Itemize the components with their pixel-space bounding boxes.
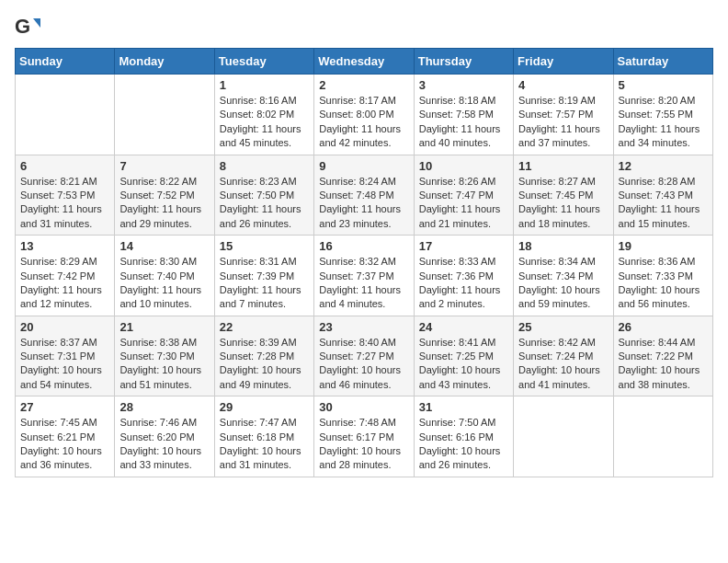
day-cell-27: 27 Sunrise: 7:45 AM Sunset: 6:21 PM Dayl… bbox=[16, 396, 115, 477]
daylight-label: Daylight: 11 hours and 26 minutes. bbox=[220, 203, 301, 228]
daylight-label: Daylight: 10 hours and 59 minutes. bbox=[518, 284, 600, 309]
day-number: 19 bbox=[619, 239, 708, 253]
sunset-label: Sunset: 7:30 PM bbox=[119, 350, 194, 362]
day-info: Sunrise: 8:27 AM Sunset: 7:45 PM Dayligh… bbox=[518, 175, 608, 232]
day-number: 24 bbox=[419, 320, 508, 334]
sunset-label: Sunset: 7:43 PM bbox=[619, 190, 693, 201]
daylight-label: Daylight: 11 hours and 34 minutes. bbox=[619, 123, 700, 148]
day-number: 7 bbox=[119, 159, 209, 173]
sunrise-label: Sunrise: 7:47 AM bbox=[220, 417, 297, 428]
day-number: 1 bbox=[220, 78, 309, 92]
day-info: Sunrise: 7:50 AM Sunset: 6:16 PM Dayligh… bbox=[419, 416, 508, 473]
day-number: 29 bbox=[220, 400, 309, 414]
day-number: 10 bbox=[419, 159, 508, 173]
daylight-label: Daylight: 11 hours and 37 minutes. bbox=[518, 123, 600, 148]
daylight-label: Daylight: 11 hours and 21 minutes. bbox=[419, 203, 501, 228]
day-cell-31: 31 Sunrise: 7:50 AM Sunset: 6:16 PM Dayl… bbox=[414, 396, 513, 477]
day-number: 2 bbox=[319, 78, 408, 92]
day-cell-3: 3 Sunrise: 8:18 AM Sunset: 7:58 PM Dayli… bbox=[414, 75, 513, 155]
day-cell-1: 1 Sunrise: 8:16 AM Sunset: 8:02 PM Dayli… bbox=[214, 75, 313, 155]
sunset-label: Sunset: 7:48 PM bbox=[319, 190, 393, 201]
daylight-label: Daylight: 11 hours and 12 minutes. bbox=[20, 284, 102, 309]
sunrise-label: Sunrise: 8:29 AM bbox=[20, 256, 97, 267]
day-cell-16: 16 Sunrise: 8:32 AM Sunset: 7:37 PM Dayl… bbox=[314, 236, 414, 316]
day-number: 11 bbox=[518, 159, 608, 173]
day-cell-20: 20 Sunrise: 8:37 AM Sunset: 7:31 PM Dayl… bbox=[16, 316, 115, 396]
day-number: 25 bbox=[518, 320, 608, 334]
sunrise-label: Sunrise: 8:33 AM bbox=[419, 256, 496, 267]
sunset-label: Sunset: 7:53 PM bbox=[20, 190, 95, 201]
daylight-label: Daylight: 11 hours and 15 minutes. bbox=[619, 203, 700, 228]
day-number: 31 bbox=[419, 400, 508, 414]
daylight-label: Daylight: 10 hours and 56 minutes. bbox=[619, 284, 700, 309]
day-info: Sunrise: 8:19 AM Sunset: 7:57 PM Dayligh… bbox=[518, 94, 608, 151]
day-cell-29: 29 Sunrise: 7:47 AM Sunset: 6:18 PM Dayl… bbox=[214, 396, 313, 477]
sunrise-label: Sunrise: 8:36 AM bbox=[619, 256, 696, 267]
sunrise-label: Sunrise: 7:46 AM bbox=[119, 417, 197, 428]
day-info: Sunrise: 7:47 AM Sunset: 6:18 PM Dayligh… bbox=[220, 416, 309, 473]
sunrise-label: Sunrise: 8:42 AM bbox=[518, 337, 596, 348]
day-info: Sunrise: 8:31 AM Sunset: 7:39 PM Dayligh… bbox=[220, 255, 309, 312]
daylight-label: Daylight: 10 hours and 33 minutes. bbox=[119, 445, 201, 470]
day-number: 15 bbox=[220, 239, 309, 253]
day-cell-17: 17 Sunrise: 8:33 AM Sunset: 7:36 PM Dayl… bbox=[414, 236, 513, 316]
sunrise-label: Sunrise: 8:44 AM bbox=[619, 337, 696, 348]
daylight-label: Daylight: 10 hours and 41 minutes. bbox=[518, 364, 600, 389]
day-cell-12: 12 Sunrise: 8:28 AM Sunset: 7:43 PM Dayl… bbox=[613, 155, 712, 236]
sunset-label: Sunset: 7:58 PM bbox=[419, 109, 494, 120]
day-info: Sunrise: 8:30 AM Sunset: 7:40 PM Dayligh… bbox=[119, 255, 209, 312]
day-cell-26: 26 Sunrise: 8:44 AM Sunset: 7:22 PM Dayl… bbox=[613, 316, 712, 396]
day-number: 28 bbox=[119, 400, 209, 414]
day-cell-21: 21 Sunrise: 8:38 AM Sunset: 7:30 PM Dayl… bbox=[115, 316, 214, 396]
day-cell-7: 7 Sunrise: 8:22 AM Sunset: 7:52 PM Dayli… bbox=[115, 155, 214, 236]
day-info: Sunrise: 8:17 AM Sunset: 8:00 PM Dayligh… bbox=[319, 94, 408, 151]
day-info: Sunrise: 8:40 AM Sunset: 7:27 PM Dayligh… bbox=[319, 336, 408, 393]
sunrise-label: Sunrise: 8:19 AM bbox=[518, 95, 596, 106]
day-number: 12 bbox=[619, 159, 708, 173]
sunrise-label: Sunrise: 8:28 AM bbox=[619, 176, 696, 187]
header: G bbox=[15, 15, 713, 40]
day-info: Sunrise: 8:18 AM Sunset: 7:58 PM Dayligh… bbox=[419, 94, 508, 151]
sunrise-label: Sunrise: 8:32 AM bbox=[319, 256, 396, 267]
day-cell-24: 24 Sunrise: 8:41 AM Sunset: 7:25 PM Dayl… bbox=[414, 316, 513, 396]
day-number: 9 bbox=[319, 159, 408, 173]
day-info: Sunrise: 8:39 AM Sunset: 7:28 PM Dayligh… bbox=[220, 336, 309, 393]
day-number: 23 bbox=[319, 320, 408, 334]
sunset-label: Sunset: 7:40 PM bbox=[119, 270, 194, 282]
day-number: 30 bbox=[319, 400, 408, 414]
empty-cell bbox=[115, 75, 214, 155]
daylight-label: Daylight: 11 hours and 29 minutes. bbox=[119, 203, 201, 228]
day-info: Sunrise: 8:36 AM Sunset: 7:33 PM Dayligh… bbox=[619, 255, 708, 312]
day-cell-11: 11 Sunrise: 8:27 AM Sunset: 7:45 PM Dayl… bbox=[514, 155, 613, 236]
day-number: 3 bbox=[419, 78, 508, 92]
sunrise-label: Sunrise: 8:37 AM bbox=[20, 337, 97, 348]
sunrise-label: Sunrise: 8:34 AM bbox=[518, 256, 596, 267]
daylight-label: Daylight: 11 hours and 10 minutes. bbox=[119, 284, 201, 309]
daylight-label: Daylight: 11 hours and 23 minutes. bbox=[319, 203, 401, 228]
sunrise-label: Sunrise: 8:16 AM bbox=[220, 95, 297, 106]
daylight-label: Daylight: 10 hours and 31 minutes. bbox=[220, 445, 301, 470]
day-info: Sunrise: 8:16 AM Sunset: 8:02 PM Dayligh… bbox=[220, 94, 309, 151]
header-row: SundayMondayTuesdayWednesdayThursdayFrid… bbox=[16, 49, 713, 75]
sunset-label: Sunset: 7:24 PM bbox=[518, 350, 593, 362]
day-info: Sunrise: 8:21 AM Sunset: 7:53 PM Dayligh… bbox=[20, 175, 109, 232]
sunrise-label: Sunrise: 8:30 AM bbox=[119, 256, 197, 267]
week-row-5: 27 Sunrise: 7:45 AM Sunset: 6:21 PM Dayl… bbox=[16, 396, 713, 477]
day-cell-30: 30 Sunrise: 7:48 AM Sunset: 6:17 PM Dayl… bbox=[314, 396, 414, 477]
week-row-1: 1 Sunrise: 8:16 AM Sunset: 8:02 PM Dayli… bbox=[16, 75, 713, 155]
day-info: Sunrise: 8:29 AM Sunset: 7:42 PM Dayligh… bbox=[20, 255, 109, 312]
column-header-sunday: Sunday bbox=[16, 49, 115, 75]
sunset-label: Sunset: 6:21 PM bbox=[20, 431, 95, 442]
day-number: 26 bbox=[619, 320, 708, 334]
day-info: Sunrise: 8:24 AM Sunset: 7:48 PM Dayligh… bbox=[319, 175, 408, 232]
day-number: 5 bbox=[619, 78, 708, 92]
logo-icon: G bbox=[15, 15, 40, 40]
sunrise-label: Sunrise: 8:20 AM bbox=[619, 95, 696, 106]
day-info: Sunrise: 8:37 AM Sunset: 7:31 PM Dayligh… bbox=[20, 336, 109, 393]
daylight-label: Daylight: 11 hours and 2 minutes. bbox=[419, 284, 501, 309]
sunrise-label: Sunrise: 8:22 AM bbox=[119, 176, 197, 187]
sunrise-label: Sunrise: 8:24 AM bbox=[319, 176, 396, 187]
sunset-label: Sunset: 7:36 PM bbox=[419, 270, 494, 282]
week-row-4: 20 Sunrise: 8:37 AM Sunset: 7:31 PM Dayl… bbox=[16, 316, 713, 396]
day-cell-14: 14 Sunrise: 8:30 AM Sunset: 7:40 PM Dayl… bbox=[115, 236, 214, 316]
